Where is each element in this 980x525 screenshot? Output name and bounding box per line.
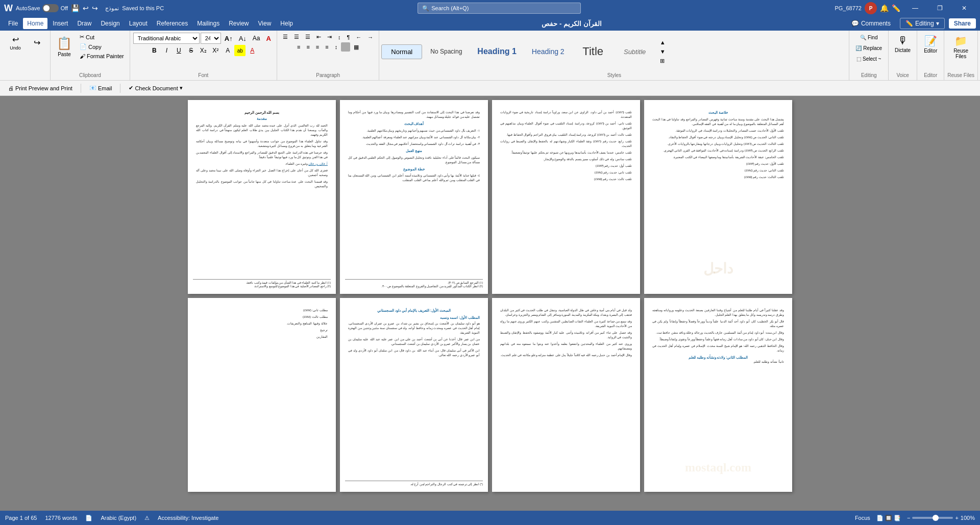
style-subtitle-button[interactable]: Subtitle <box>615 45 655 59</box>
page-4-p1: يشتمل هذا البحث على مقدمة وستة مباحث ثما… <box>652 117 784 127</box>
zoom-out-button[interactable]: − <box>907 515 910 521</box>
find-button[interactable]: 🔍 Find <box>857 33 880 42</box>
close-button[interactable]: ✕ <box>952 0 976 16</box>
page-2-method-text: سيكون البحث قائماً على أداء تحليلية ناقد… <box>348 156 480 165</box>
superscript-button[interactable]: X² <box>210 45 221 56</box>
reuse-files-button[interactable]: 📁 ReuseFiles <box>950 33 971 61</box>
font-color-button[interactable]: A <box>247 45 258 56</box>
menu-file[interactable]: File <box>4 18 22 29</box>
font-shrink-button[interactable]: A↓ <box>236 34 249 43</box>
font-family-selector[interactable]: Traditional Arabic <box>133 33 200 44</box>
styles-expand[interactable]: ⊞ <box>657 57 668 65</box>
dictate-button[interactable]: 🎙 Dictate <box>892 33 914 55</box>
paste-button[interactable]: 📋 Paste <box>54 34 75 59</box>
subscript-button[interactable]: X₂ <box>198 45 209 56</box>
decrease-indent-button[interactable]: ⇤ <box>314 33 324 41</box>
save-location: Saved to this PC <box>122 5 164 11</box>
multilevel-button[interactable]: ☰ <box>303 33 313 41</box>
numbering-button[interactable]: ☰ <box>291 33 302 41</box>
undo-icon[interactable]: ↩ <box>83 4 89 12</box>
autosave-label: AutoSave <box>16 5 40 11</box>
increase-indent-button[interactable]: ⇥ <box>325 33 334 41</box>
reuse-icon: 📁 <box>954 35 967 47</box>
underline-button[interactable]: U <box>173 45 184 56</box>
styles-group: Normal No Spacing Heading 1 Heading 2 Ti… <box>381 33 847 70</box>
menu-design[interactable]: Design <box>96 18 124 29</box>
select-button[interactable]: ⬚ Select ~ <box>853 54 884 64</box>
zoom-in-button[interactable]: + <box>955 515 958 521</box>
autosave-area: AutoSave Off <box>16 4 68 12</box>
undo-button[interactable]: ↩ Undo <box>5 33 26 53</box>
font-size-selector[interactable]: 24 <box>201 33 221 44</box>
editor-button[interactable]: 📝 Editor <box>920 33 941 56</box>
menu-references[interactable]: References <box>153 18 192 29</box>
page-5: مطلب ثاني: (٤٧٨٧) مطلب ثالث: (٤٧٨٨) علال… <box>188 298 336 492</box>
center-button[interactable]: ≡ <box>304 43 312 51</box>
style-normal-button[interactable]: Normal <box>381 44 422 59</box>
zoom-slider[interactable] <box>912 517 953 519</box>
edit-pen-icon[interactable]: ✏️ <box>892 4 900 12</box>
align-right-button[interactable]: ≡ <box>313 43 322 51</box>
styles-scroll-up[interactable]: ▲ <box>657 38 668 46</box>
redo-button[interactable]: ↪ <box>27 33 47 53</box>
bullets-button[interactable]: ☰ <box>280 33 290 41</box>
highlight-button[interactable]: ab <box>234 45 246 56</box>
style-heading1-button[interactable]: Heading 1 <box>470 44 523 59</box>
save-icon[interactable]: 💾 <box>71 4 80 12</box>
italic-button[interactable]: I <box>161 45 172 56</box>
page-1-note: أ. فلان بن فلان وغيره من العلماء. <box>196 162 328 166</box>
line-spacing-button[interactable]: ↕ <box>332 43 340 51</box>
copy-button[interactable]: 📄 Copy <box>77 42 127 51</box>
format-painter-button[interactable]: 🖌 Format Painter <box>77 52 127 60</box>
clear-formatting-button[interactable]: A <box>264 34 274 43</box>
menu-draw[interactable]: Draw <box>73 18 95 29</box>
strikethrough-button[interactable]: S <box>185 45 197 56</box>
show-marks-button[interactable]: ¶ <box>344 33 352 41</box>
redo-icon[interactable]: ↪ <box>92 4 98 12</box>
editing-button[interactable]: ✏️ Editing ▾ <box>900 18 945 29</box>
menu-insert[interactable]: Insert <box>48 18 72 29</box>
restore-button[interactable]: ❐ <box>928 0 951 16</box>
page-5-p3: علالة وقيها: المناهج والتعريفات. <box>196 321 328 326</box>
shading-button[interactable] <box>341 42 350 52</box>
style-title-button[interactable]: Title <box>573 42 614 61</box>
search-bar[interactable]: 🔍 Search (Alt+Q) <box>418 3 581 14</box>
clipboard-label: Clipboard <box>79 71 101 78</box>
menu-help[interactable]: Help <box>276 18 297 29</box>
menu-mailings[interactable]: Mailings <box>193 18 224 29</box>
align-left-button[interactable]: ≡ <box>295 43 303 51</box>
redo-icon: ↪ <box>34 38 40 47</box>
style-no-spacing-button[interactable]: No Spacing <box>423 45 469 58</box>
undo-btns: ↩ Undo ↪ <box>5 33 47 53</box>
sort-button[interactable]: ↕ <box>335 33 344 41</box>
filename: نموذج <box>105 5 119 12</box>
font-grow-button[interactable]: A↑ <box>222 34 235 43</box>
minimize-button[interactable]: — <box>903 0 927 16</box>
comments-button[interactable]: 💬 Comments <box>846 18 896 29</box>
print-preview-button[interactable]: 🖨 Print Preview and Print <box>4 84 77 93</box>
status-bar: Page 1 of 65 12776 words 📄 Arabic (Egypt… <box>0 511 980 525</box>
menu-view[interactable]: View <box>254 18 276 29</box>
share-button[interactable]: Share <box>949 18 976 29</box>
autosave-toggle[interactable] <box>42 4 59 12</box>
justify-button[interactable]: ≡ <box>323 43 331 51</box>
page-3-p9: تلقب ثالث: حديث رقم (٤٧٨٥) <box>500 177 632 182</box>
menu-review[interactable]: Review <box>225 18 253 29</box>
user-avatar[interactable]: P <box>865 2 877 14</box>
styles-scroll-down[interactable]: ▼ <box>657 47 668 56</box>
bold-button[interactable]: B <box>149 45 160 56</box>
check-document-button[interactable]: ✔ Check Document ▾ <box>125 83 186 93</box>
menu-layout[interactable]: Layout <box>125 18 152 29</box>
change-case-button[interactable]: Aa <box>250 34 263 43</box>
replace-button[interactable]: 🔄 Replace <box>852 43 885 53</box>
style-heading2-button[interactable]: Heading 2 <box>525 44 572 59</box>
email-button[interactable]: 📧 Email <box>85 83 116 93</box>
notification-icon[interactable]: 🔔 <box>880 4 889 12</box>
rtl-button[interactable]: ← <box>353 33 364 41</box>
ltr-button[interactable]: → <box>365 33 376 41</box>
menu-home[interactable]: Home <box>23 18 47 29</box>
borders-button[interactable]: ▦ <box>351 43 361 52</box>
text-effects-button[interactable]: A <box>222 45 233 56</box>
page-4-p4: تلقب الثالث: الحديث ص (٤٧٨٦) وتحليل الرو… <box>652 142 784 146</box>
cut-button[interactable]: ✂ Cut <box>77 33 127 41</box>
